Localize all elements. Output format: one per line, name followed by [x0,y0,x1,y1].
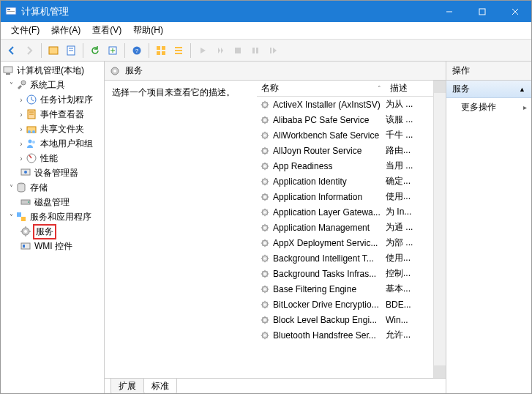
service-name: Bluetooth Handsfree Ser... [273,330,386,341]
action-group-services[interactable]: 服务 ▲ [446,81,531,98]
expand-icon[interactable]: › [17,155,26,163]
service-name: Application Layer Gatewa... [273,207,386,218]
svg-point-46 [24,230,27,233]
svg-point-60 [263,165,266,167]
close-button[interactable] [498,1,531,22]
service-row[interactable]: Background Intelligent T...使用... [257,250,433,266]
service-row[interactable]: AppX Deployment Servic...为部 ... [257,235,433,250]
service-row[interactable]: AllJoyn Router Service路由... [257,143,433,158]
service-row[interactable]: Bluetooth Handsfree Ser...允许... [257,327,433,343]
service-name: Background Tasks Infras... [273,269,386,279]
collapse-icon[interactable]: ˅ [7,184,15,192]
tree-shared-folders[interactable]: › 共享文件夹 [1,122,104,136]
svg-point-36 [32,141,35,144]
svg-rect-48 [23,245,25,248]
tree-wmi-control[interactable]: WMI 控件 [1,239,104,253]
service-row[interactable]: Block Level Backup Engi...Win... [257,312,433,327]
menu-view[interactable]: 查看(V) [86,22,127,39]
properties-button[interactable] [63,42,79,59]
tree-disk-management[interactable]: 磁盘管理 [1,195,104,209]
menubar: 文件(F) 操作(A) 查看(V) 帮助(H) [1,22,531,40]
toolbar-separator [190,43,191,58]
expand-icon[interactable]: › [17,125,26,133]
expand-icon[interactable]: › [17,111,26,119]
performance-icon [26,152,37,164]
collapse-icon[interactable]: ˅ [7,81,15,89]
gear-icon [260,146,270,156]
service-row[interactable]: AliWorkbench Safe Service千牛 ... [257,127,433,143]
show-hide-tree-button[interactable] [45,42,61,59]
tab-extended[interactable]: 扩展 [110,378,143,394]
users-icon [26,138,37,149]
gear-icon [260,192,270,202]
svg-point-80 [263,319,266,321]
back-button[interactable] [4,42,20,59]
service-desc: 使用... [386,252,433,264]
tree-services-apps[interactable]: ˅ 服务和应用程序 [1,209,104,224]
vertical-scrollbar[interactable] [433,81,446,378]
service-row[interactable]: ActiveX Installer (AxInstSV)为从 ... [257,97,433,112]
tree-system-tools[interactable]: ˅ 系统工具 [1,78,104,92]
collapse-icon[interactable]: ˅ [7,213,15,221]
service-desc: 路由... [386,144,433,157]
tree-device-manager[interactable]: 设备管理器 [1,166,104,180]
services-apps-icon [15,211,27,223]
action-more[interactable]: 更多操作 ▸ [446,98,531,116]
column-description[interactable]: 描述 [386,81,433,96]
expand-icon[interactable]: › [17,140,26,148]
grid-view-button[interactable] [153,42,169,59]
svg-rect-17 [162,51,165,55]
tree-root[interactable]: 计算机管理(本地) [1,63,104,78]
tree-task-scheduler[interactable]: › 任务计划程序 [1,92,104,107]
list-view-button[interactable] [171,42,187,59]
list-rows[interactable]: ActiveX Installer (AxInstSV)为从 ...Alibab… [257,97,433,378]
help-button[interactable]: ? [129,42,145,59]
tab-standard[interactable]: 标准 [143,378,177,394]
service-row[interactable]: Alibaba PC Safe Service该服 ... [257,112,433,127]
refresh-button[interactable] [87,42,103,59]
service-row[interactable]: Application Layer Gatewa...为 In... [257,204,433,220]
toolbar-separator [41,43,42,58]
svg-point-82 [263,334,266,336]
service-row[interactable]: Base Filtering Engine基本... [257,281,433,297]
svg-rect-1 [7,9,10,10]
toolbar-separator [149,43,149,58]
service-row[interactable]: Background Tasks Infras...控制... [257,266,433,281]
expand-icon[interactable]: › [17,96,26,104]
gear-icon [260,115,270,125]
service-name: Application Identity [273,176,386,187]
svg-rect-2 [7,11,15,12]
service-row[interactable]: Application Identity确定... [257,174,433,189]
service-name: Base Filtering Engine [273,284,386,294]
column-name[interactable]: 名称 ˄ [257,81,386,96]
service-row[interactable]: BitLocker Drive Encryptio...BDE... [257,297,433,312]
gear-icon [260,284,270,294]
tree-event-viewer[interactable]: › 事件查看器 [1,107,104,122]
menu-help[interactable]: 帮助(H) [127,22,169,39]
svg-point-58 [263,149,266,152]
gear-icon [20,226,31,237]
service-desc: 为 In... [386,206,433,218]
tree-performance[interactable]: › 性能 [1,151,104,166]
tree-local-users[interactable]: › 本地用户和组 [1,136,104,151]
minimize-button[interactable] [432,1,465,22]
service-row[interactable]: Application Information使用... [257,189,433,204]
maximize-button[interactable] [465,1,498,22]
menu-file[interactable]: 文件(F) [5,22,45,39]
gear-icon [260,161,270,171]
toolbar-separator [124,43,125,58]
tree-storage[interactable]: ˅ 存储 [1,180,104,195]
service-row[interactable]: Application Management为通 ... [257,220,433,235]
service-name: AliWorkbench Safe Service [273,130,386,141]
gear-icon [109,65,121,77]
menu-operation[interactable]: 操作(A) [45,22,86,39]
svg-rect-24 [270,48,271,53]
service-row[interactable]: App Readiness当用 ... [257,158,433,174]
export-list-button[interactable] [105,42,121,59]
svg-text:?: ? [135,48,139,54]
svg-rect-20 [175,53,182,54]
tree-services[interactable]: 服务 [1,224,104,239]
svg-rect-7 [49,47,58,54]
title-bar: 计算机管理 [1,1,531,22]
toolbar-separator [83,43,83,58]
